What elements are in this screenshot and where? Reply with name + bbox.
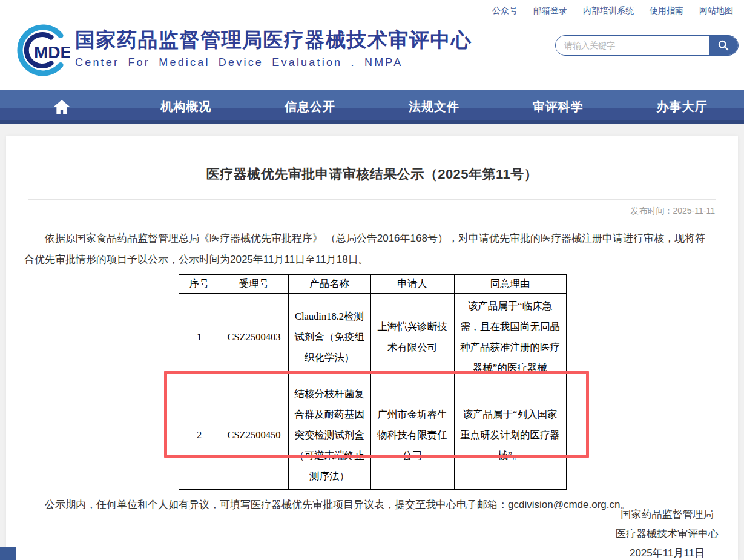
signature-org-1: 国家药品监督管理局: [616, 505, 719, 524]
table-row: 1 CSZ2500403 Claudin18.2检测试剂盒（免疫组织化学法） 上…: [179, 294, 566, 381]
home-icon: [54, 100, 70, 114]
site-title-cn: 国家药品监督管理局医疗器械技术审评中心: [75, 27, 472, 53]
article-paragraph-2: 公示期内，任何单位和个人如有异议，可填写医疗器械优先审批项目异议表，提交至我中心…: [24, 496, 715, 514]
topbar-link-mail-login[interactable]: 邮箱登录: [533, 5, 567, 16]
signature-org-2: 医疗器械技术审评中心: [616, 524, 719, 543]
nav-item-review-science[interactable]: 审评科学: [496, 90, 620, 124]
col-header-acceptance: 受理号: [220, 275, 288, 294]
cell-reason: 该产品属于“列入国家重点研发计划的医疗器械”。: [454, 381, 566, 490]
cmde-logo-icon: MDE: [16, 23, 70, 77]
cell-acceptance: CSZ2500450: [220, 381, 288, 490]
search-box: [555, 35, 739, 56]
site-header: MDE 国家药品监督管理局医疗器械技术审评中心 Center For Medic…: [0, 22, 744, 90]
cell-product: 结核分枝杆菌复合群及耐药基因突变检测试剂盒（可逆末端终止测序法）: [288, 381, 370, 490]
nav-home[interactable]: [0, 90, 124, 124]
nav-item-regulations[interactable]: 法规文件: [372, 90, 496, 124]
cell-applicant: 上海恺兴诊断技术有限公司: [370, 294, 454, 381]
cell-applicant: 广州市金圻睿生物科技有限责任公司: [370, 381, 454, 490]
cell-product: Claudin18.2检测试剂盒（免疫组织化学法）: [288, 294, 370, 381]
site-title-en: Center For Medical Device Evaluation . N…: [75, 53, 472, 71]
signature-date: 2025年11月11日: [616, 544, 719, 560]
topbar: 公众号 邮箱登录 内部培训系统 使用指南 网站地图: [0, 0, 744, 22]
nav-item-info-disclosure[interactable]: 信息公开: [248, 90, 372, 124]
nav-item-about[interactable]: 机构概况: [124, 90, 248, 124]
svg-text:MDE: MDE: [34, 43, 70, 62]
nav-item-service-hall[interactable]: 办事大厅: [620, 90, 744, 124]
col-header-product: 产品名称: [288, 275, 370, 294]
search-input[interactable]: [556, 36, 709, 55]
col-header-seq: 序号: [179, 275, 220, 294]
topbar-link-wechat[interactable]: 公众号: [492, 5, 518, 16]
cell-seq: 1: [179, 294, 220, 381]
search-button[interactable]: [709, 36, 738, 55]
topbar-link-user-guide[interactable]: 使用指南: [650, 5, 683, 16]
main-nav: 机构概况 信息公开 法规文件 审评科学 办事大厅: [0, 90, 744, 124]
article-paragraph-1: 依据原国家食品药品监督管理总局《医疗器械优先审批程序》 （总局公告2016年16…: [24, 228, 715, 270]
cell-reason: 该产品属于“临床急需，且在我国尚无同品种产品获准注册的医疗器械”的医疗器械: [454, 294, 566, 381]
cell-seq: 2: [179, 381, 220, 490]
signature-block: 国家药品监督管理局 医疗器械技术审评中心 2025年11月11日: [616, 504, 719, 560]
table-row: 2 CSZ2500450 结核分枝杆菌复合群及耐药基因突变检测试剂盒（可逆末端终…: [179, 381, 566, 490]
article-card: 医疗器械优先审批申请审核结果公示（2025年第11号） 发布时间：2025-11…: [6, 136, 738, 560]
bottom-left-widget[interactable]: [0, 547, 16, 560]
title-divider: [28, 199, 716, 200]
col-header-reason: 同意理由: [454, 275, 566, 294]
table-header-row: 序号 受理号 产品名称 申请人 同意理由: [179, 275, 566, 294]
cmde-logo[interactable]: MDE: [16, 23, 70, 77]
review-result-table-wrap: 序号 受理号 产品名称 申请人 同意理由 1 CSZ2500403 Claudi…: [179, 274, 566, 490]
cell-acceptance: CSZ2500403: [220, 294, 288, 381]
page-background: 医疗器械优先审批申请审核结果公示（2025年第11号） 发布时间：2025-11…: [0, 124, 744, 560]
col-header-applicant: 申请人: [370, 275, 454, 294]
article-title: 医疗器械优先审批申请审核结果公示（2025年第11号）: [6, 165, 738, 183]
publish-time: 发布时间：2025-11-11: [29, 206, 715, 217]
review-result-table: 序号 受理号 产品名称 申请人 同意理由 1 CSZ2500403 Claudi…: [179, 274, 567, 490]
topbar-link-training-system[interactable]: 内部培训系统: [583, 5, 634, 16]
brand-block: 国家药品监督管理局医疗器械技术审评中心 Center For Medical D…: [75, 27, 472, 71]
search-icon: [717, 39, 729, 51]
topbar-link-sitemap[interactable]: 网站地图: [699, 5, 733, 16]
